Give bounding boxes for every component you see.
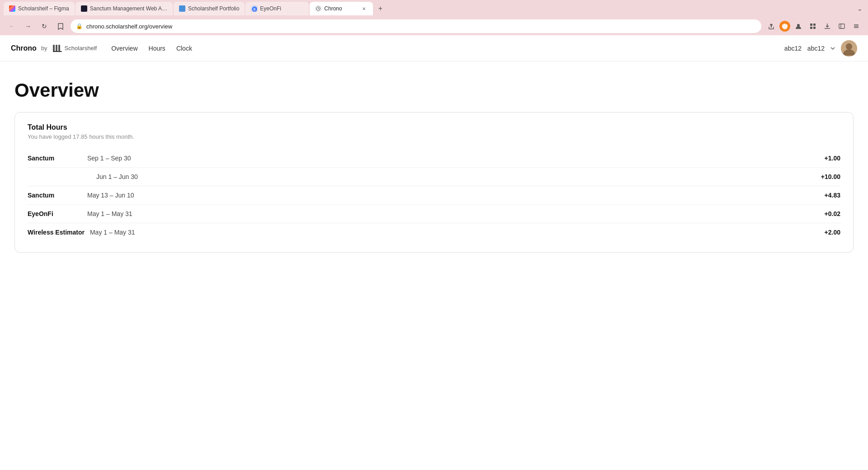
tab-overflow-button[interactable]: ⌄ xyxy=(855,3,864,14)
hours-amount-2: +4.83 xyxy=(825,192,840,199)
favicon-eyeonfi: E xyxy=(251,5,257,12)
reload-button[interactable]: ↻ xyxy=(38,20,51,33)
back-button[interactable]: ← xyxy=(5,20,18,33)
scholarshelf-text: Scholarshelf xyxy=(65,45,97,52)
svg-rect-8 xyxy=(810,27,812,29)
hours-row-1: Jun 1 – Jun 30 +10.00 xyxy=(28,168,840,186)
bookmark-button[interactable] xyxy=(54,20,67,33)
svg-rect-10 xyxy=(839,24,844,28)
tab-chrono[interactable]: Chrono ✕ xyxy=(310,2,373,15)
address-bar: ← → ↻ 🔒 chrono.scholarshelf.org/overview xyxy=(0,17,868,35)
scholarshelf-logo: Scholarshelf xyxy=(52,43,97,54)
tab-sanctum-label: Sanctum Management Web A… xyxy=(90,5,167,12)
hours-project-3: EyeOnFi xyxy=(28,210,82,217)
svg-point-20 xyxy=(846,43,852,50)
forward-button[interactable]: → xyxy=(22,20,34,33)
hours-row-2: Sanctum May 13 – Jun 10 +4.83 xyxy=(28,186,840,205)
extensions-button[interactable] xyxy=(807,20,819,33)
hours-amount-3: +0.02 xyxy=(825,210,840,217)
tab-eyeonfi[interactable]: E EyeOnFi xyxy=(245,2,309,15)
hours-date-4: May 1 – May 31 xyxy=(90,229,135,236)
favicon-figma xyxy=(9,5,15,12)
tab-portfolio-label: Scholarshelf Portfolio xyxy=(188,5,239,12)
svg-rect-9 xyxy=(813,27,816,29)
nav-clock[interactable]: Clock xyxy=(176,43,192,54)
tab-bar: Scholarshelf – Figma Sanctum Management … xyxy=(0,0,868,17)
scholarshelf-icon xyxy=(52,43,63,54)
profile-button[interactable] xyxy=(792,20,805,33)
tab-figma-label: Scholarshelf – Figma xyxy=(18,5,69,12)
app-name: Chrono xyxy=(11,44,37,52)
hours-date-3: May 1 – May 31 xyxy=(87,210,132,217)
favicon-chrono xyxy=(315,5,321,12)
user-avatar[interactable] xyxy=(841,40,857,56)
favicon-portfolio xyxy=(179,5,185,12)
svg-rect-16 xyxy=(56,45,57,52)
page-title: Overview xyxy=(14,80,854,101)
hours-amount-1: +10.00 xyxy=(821,173,840,180)
nav-overview[interactable]: Overview xyxy=(111,43,137,54)
total-hours-card: Total Hours You have logged 17.85 hours … xyxy=(14,112,854,253)
new-tab-button[interactable]: + xyxy=(374,2,387,15)
tab-portfolio[interactable]: Scholarshelf Portfolio xyxy=(174,2,245,15)
nav-hours[interactable]: Hours xyxy=(149,43,165,54)
url-text: chrono.scholarshelf.org/overview xyxy=(86,23,756,30)
tab-chrono-label: Chrono xyxy=(324,5,358,12)
nav-links: Overview Hours Clock xyxy=(111,43,192,54)
browser-actions xyxy=(765,20,863,33)
svg-rect-6 xyxy=(810,24,812,26)
hours-row-4: Wireless Estimator May 1 – May 31 +2.00 xyxy=(28,223,840,241)
browser-chrome: Scholarshelf – Figma Sanctum Management … xyxy=(0,0,868,35)
svg-text:E: E xyxy=(254,8,256,11)
hours-date-2: May 13 – Jun 10 xyxy=(87,192,134,199)
sidebar-button[interactable] xyxy=(835,20,848,33)
hours-row-3: EyeOnFi May 1 – May 31 +0.02 xyxy=(28,205,840,223)
hours-amount-4: +2.00 xyxy=(825,229,840,236)
lock-icon: 🔒 xyxy=(76,23,83,29)
svg-rect-7 xyxy=(813,24,816,26)
hours-date-1: Jun 1 – Jun 30 xyxy=(96,173,138,180)
brave-shield-icon[interactable] xyxy=(779,21,790,32)
app-logo: Chrono by Scholarshelf xyxy=(11,43,97,54)
hours-project-2: Sanctum xyxy=(28,192,82,199)
hours-project-4: Wireless Estimator xyxy=(28,229,85,236)
hours-row-0: Sanctum Sep 1 – Sep 30 +1.00 xyxy=(28,149,840,168)
svg-rect-18 xyxy=(53,51,62,52)
user-selector[interactable]: abc12 xyxy=(784,45,802,52)
tab-eyeonfi-label: EyeOnFi xyxy=(260,5,303,12)
card-subtitle: You have logged 17.85 hours this month. xyxy=(28,133,840,140)
hours-project-0: Sanctum xyxy=(28,155,82,162)
chevron-down-icon xyxy=(830,46,835,51)
user-selector-label: abc12 xyxy=(807,45,825,52)
app-navigation: Chrono by Scholarshelf Overview Hours Cl… xyxy=(0,35,868,61)
tab-figma[interactable]: Scholarshelf – Figma xyxy=(4,2,75,15)
url-bar[interactable]: 🔒 chrono.scholarshelf.org/overview xyxy=(71,19,761,33)
download-button[interactable] xyxy=(821,20,834,33)
nav-right: abc12 abc12 xyxy=(784,40,857,56)
menu-button[interactable] xyxy=(850,20,863,33)
svg-rect-15 xyxy=(53,45,55,52)
app-by-text: by xyxy=(41,45,47,52)
hours-date-0: Sep 1 – Sep 30 xyxy=(87,155,131,162)
tab-sanctum[interactable]: Sanctum Management Web A… xyxy=(75,2,173,15)
hours-list: Sanctum Sep 1 – Sep 30 +1.00 Jun 1 – Jun… xyxy=(28,149,840,241)
hours-amount-0: +1.00 xyxy=(825,155,840,162)
main-content: Overview Total Hours You have logged 17.… xyxy=(0,61,868,271)
favicon-sanctum xyxy=(81,5,87,12)
card-title: Total Hours xyxy=(28,123,840,132)
tab-close-chrono[interactable]: ✕ xyxy=(360,5,368,12)
svg-rect-17 xyxy=(58,45,60,52)
share-button[interactable] xyxy=(765,20,778,33)
